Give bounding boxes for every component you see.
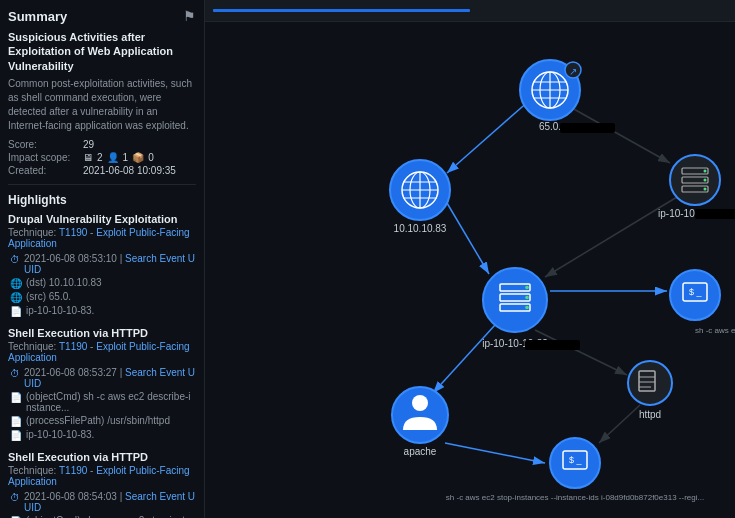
clock-icon-3-0: ⏱ [10,492,20,503]
top-bar [205,0,735,22]
event-row-1-0: ⏱ 2021-06-08 08:53:10 | Search Event UUI… [8,253,196,275]
technique-name-1: Exploit Public-Facing Application [8,227,190,249]
impact-value: 🖥 2 👤 1 📦 0 [83,152,154,163]
event-text-2-3: ip-10-10-10-83. [26,429,94,440]
created-row: Created: 2021-06-08 10:09:35 [8,165,196,176]
event-link-2-0[interactable]: Search Event UUID [24,367,195,389]
node-user-apache[interactable]: apache [392,387,448,457]
technique-name-3: Exploit Public-Facing Application [8,465,190,487]
edge-internet-to-globe [447,100,530,173]
event-link-3-0[interactable]: Search Event UUID [24,491,195,513]
svg-point-29 [525,286,529,290]
globe-icon-1-2: 🌐 [10,292,22,303]
node-terminal-right-label: sh -c aws ec2 describe-instances --regio… [695,326,735,335]
svg-text:$ _: $ _ [569,455,583,465]
node-server-center[interactable]: ip-10-10-10-83 [482,268,580,350]
created-value: 2021-06-08 10:09:35 [83,165,176,176]
clock-icon-2-0: ⏱ [10,368,20,379]
event-text-2-1: (objectCmd) sh -c aws ec2 describe-insta… [26,391,196,413]
graph-container[interactable]: ↗ 65.0. ip-10-10-10-200. [205,22,735,518]
alert-title: Suspicious Activities after Exploitation… [8,30,196,73]
technique-id-3[interactable]: T1190 [59,465,87,476]
edge-globe-to-center [447,203,489,274]
node-apache-label: apache [404,446,437,457]
svg-point-37 [628,361,672,405]
flag-icon[interactable]: ⚑ [183,8,196,24]
doc-icon-2-3: 📄 [10,430,22,441]
node-globe-left[interactable]: 10.10.10.83 [390,160,450,234]
event-link-1-0[interactable]: Search Event UUID [24,253,195,275]
graph-panel[interactable]: ↗ 65.0. ip-10-10-10-200. [205,0,735,518]
edge-internet-to-server-right [572,108,670,163]
impact-icon-3: 📦 [132,152,144,163]
node-httpd[interactable]: httpd [628,361,672,420]
event-text-1-2: (src) 65.0. [26,291,71,302]
event-text-2-2: (processFilePath) /usr/sbin/httpd [26,415,170,426]
event-row-2-2: 📄 (processFilePath) /usr/sbin/httpd [8,415,196,427]
divider-1 [8,184,196,185]
panel-header: Summary ⚑ [8,8,196,24]
svg-text:$ _: $ _ [689,287,703,297]
svg-point-11 [670,155,720,205]
redacted-1 [560,123,615,133]
edge-center-to-user [433,325,495,393]
event-row-1-3: 📄 ip-10-10-10-83. [8,305,196,317]
doc-icon-2-2: 📄 [10,416,22,427]
svg-point-17 [704,188,707,191]
created-label: Created: [8,165,83,176]
clock-icon-1-0: ⏱ [10,254,20,265]
technique-id-1[interactable]: T1190 [59,227,87,238]
node-internet-top[interactable]: ↗ 65.0. [520,60,615,133]
highlight-shell-2-technique: Technique: T1190 - Exploit Public-Facing… [8,465,196,487]
svg-text:↗: ↗ [569,66,577,77]
svg-point-31 [525,306,529,310]
network-graph[interactable]: ↗ 65.0. ip-10-10-10-200. [205,22,735,518]
doc-icon-1-3: 📄 [10,306,22,317]
node-terminal-bottom[interactable]: $ _ sh -c aws ec2 stop-instances --insta… [446,438,704,502]
event-row-2-1: 📄 (objectCmd) sh -c aws ec2 describe-ins… [8,391,196,413]
impact-label: Impact scope: [8,152,83,163]
node-terminal-right[interactable]: $ _ sh -c aws ec2 describe-instances --r… [670,270,735,335]
event-row-1-2: 🌐 (src) 65.0. [8,291,196,303]
node-server-right[interactable]: ip-10-10-10-200. [658,155,735,219]
redacted-3 [525,340,580,350]
summary-panel: Summary ⚑ Suspicious Activities after Ex… [0,0,205,518]
node-httpd-label: httpd [639,409,661,420]
highlight-shell-1: Shell Execution via HTTPD Technique: T11… [8,327,196,441]
svg-point-36 [412,395,428,411]
highlight-drupal-technique: Technique: T1190 - Exploit Public-Facing… [8,227,196,249]
highlights-title: Highlights [8,193,196,207]
svg-point-30 [525,296,529,300]
highlight-shell-2-name: Shell Execution via HTTPD [8,451,196,463]
node-globe-left-label: 10.10.10.83 [394,223,447,234]
svg-point-16 [704,179,707,182]
node-internet-top-label: 65.0. [539,121,561,132]
event-text-2-0: 2021-06-08 08:53:27 | Search Event UUID [24,367,196,389]
top-bar-indicator [213,9,470,12]
technique-name-2: Exploit Public-Facing Application [8,341,190,363]
score-label: Score: [8,139,83,150]
redacted-2 [695,209,735,219]
event-text-1-3: ip-10-10-10-83. [26,305,94,316]
edge-user-to-terminal-bottom [445,443,545,463]
impact-icon-2: 👤 [107,152,119,163]
highlight-drupal-name: Drupal Vulnerability Exploitation [8,213,196,225]
highlight-drupal: Drupal Vulnerability Exploitation Techni… [8,213,196,317]
node-terminal-bottom-label: sh -c aws ec2 stop-instances --instance-… [446,493,704,502]
doc-icon-2-1: 📄 [10,392,22,403]
highlight-shell-1-name: Shell Execution via HTTPD [8,327,196,339]
event-row-1-1: 🌐 (dst) 10.10.10.83 [8,277,196,289]
event-row-3-0: ⏱ 2021-06-08 08:54:03 | Search Event UUI… [8,491,196,513]
score-row: Score: 29 [8,139,196,150]
event-text-1-1: (dst) 10.10.10.83 [26,277,102,288]
event-row-2-0: ⏱ 2021-06-08 08:53:27 | Search Event UUI… [8,367,196,389]
score-value: 29 [83,139,94,150]
impact-row: Impact scope: 🖥 2 👤 1 📦 0 [8,152,196,163]
impact-icon-1: 🖥 [83,152,93,163]
event-text-3-0: 2021-06-08 08:54:03 | Search Event UUID [24,491,196,513]
event-row-2-3: 📄 ip-10-10-10-83. [8,429,196,441]
technique-id-2[interactable]: T1190 [59,341,87,352]
alert-description: Common post-exploitation activities, suc… [8,77,196,133]
svg-point-25 [483,268,547,332]
panel-title: Summary [8,9,67,24]
